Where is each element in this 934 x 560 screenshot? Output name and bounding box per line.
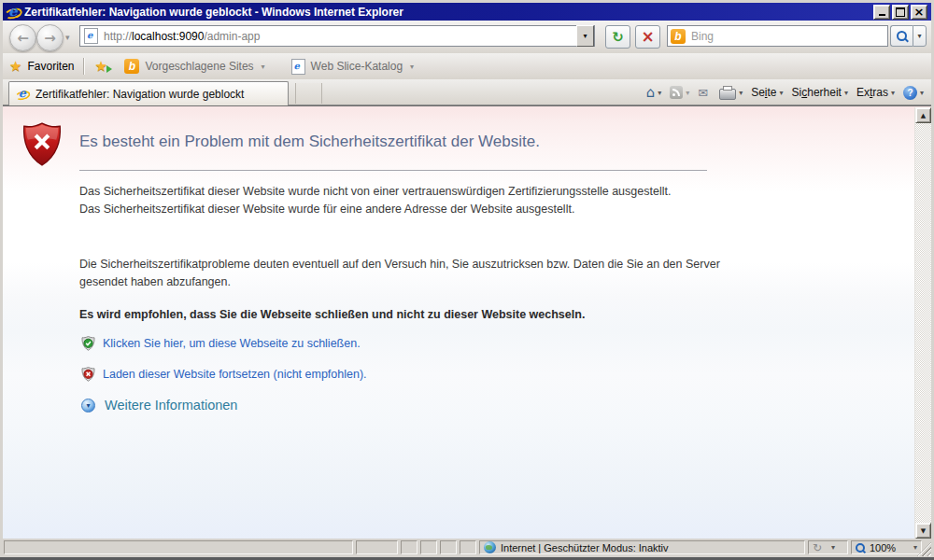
status-bar: Internet | Geschützter Modus: Inaktiv ↻ … bbox=[3, 539, 931, 557]
suggested-sites-label: Vorgeschlagene Sites bbox=[145, 60, 253, 73]
feeds-button[interactable]: ▾ bbox=[667, 84, 692, 101]
chevron-down-icon: ▾ bbox=[844, 89, 848, 97]
command-bar: ⌂ ▾ ▾ ✉ ▾ Seite ▾ Sicherheit ▾ Extras ▾ … bbox=[644, 81, 927, 104]
print-button[interactable]: ▾ bbox=[716, 83, 745, 102]
paragraph-line: Das Sicherheitszertifikat dieser Website… bbox=[79, 201, 733, 218]
chevron-down-icon: ▾ bbox=[739, 89, 743, 97]
divider bbox=[79, 170, 707, 171]
mail-icon: ✉ bbox=[698, 87, 708, 99]
close-webpage-link-text: Klicken Sie hier, um diese Webseite zu s… bbox=[103, 337, 361, 350]
add-to-favorites-bar-button[interactable]: ★ bbox=[88, 56, 118, 77]
globe-icon bbox=[484, 541, 496, 553]
magnifier-icon bbox=[897, 31, 907, 41]
forward-button[interactable]: → bbox=[36, 24, 64, 51]
smartscreen-button[interactable]: ↻ ▾ bbox=[808, 540, 848, 554]
star-icon: ★ bbox=[9, 58, 21, 75]
chevron-down-icon: ▾ bbox=[686, 89, 689, 97]
home-icon: ⌂ bbox=[646, 86, 656, 100]
chevron-down-icon: ▾ bbox=[262, 63, 265, 71]
status-pane bbox=[440, 540, 457, 554]
vertical-scrollbar[interactable]: ▲ ▼ bbox=[914, 107, 931, 539]
scroll-down-button[interactable]: ▼ bbox=[915, 523, 931, 539]
recent-pages-caret[interactable]: ▾ bbox=[65, 33, 70, 42]
page-menu-label: Seite bbox=[751, 86, 776, 99]
page-content: Es besteht ein Problem mit dem Sicherhei… bbox=[3, 105, 931, 539]
magnifier-icon bbox=[856, 543, 865, 553]
security-error-shield-icon bbox=[21, 122, 63, 166]
more-information-label: Weitere Informationen bbox=[105, 398, 237, 413]
safety-menu-label: Sicherheit bbox=[792, 86, 842, 99]
chevron-down-icon: ▾ bbox=[658, 89, 661, 97]
smartscreen-icon: ↻ bbox=[813, 542, 822, 553]
safety-menu-button[interactable]: Sicherheit ▾ bbox=[789, 84, 851, 101]
continue-website-link-text: Laden dieser Website fortsetzen (nicht e… bbox=[103, 368, 367, 381]
address-dropdown-button[interactable]: ▾ bbox=[576, 25, 594, 47]
continue-website-link[interactable]: Laden dieser Website fortsetzen (nicht e… bbox=[81, 367, 367, 382]
chevron-down-circle-icon: ▾ bbox=[81, 399, 95, 413]
web-slice-icon: e bbox=[291, 59, 305, 75]
ie-logo-icon: e bbox=[16, 88, 29, 101]
zone-status-text: Internet | Geschützter Modus: Inaktiv bbox=[501, 542, 669, 553]
tools-menu-button[interactable]: Extras ▾ bbox=[854, 84, 898, 101]
status-pane bbox=[401, 540, 417, 554]
address-input[interactable]: e http://localhost:9090/admin-app ▾ bbox=[79, 25, 595, 47]
page-icon: e bbox=[84, 28, 98, 44]
status-pane bbox=[356, 540, 398, 554]
favorites-button[interactable]: ★ Favoriten bbox=[3, 55, 80, 77]
shield-check-icon bbox=[81, 336, 95, 351]
status-pane bbox=[460, 540, 476, 554]
chevron-down-icon: ▾ bbox=[920, 89, 924, 97]
close-webpage-link[interactable]: Klicken Sie hier, um diese Webseite zu s… bbox=[81, 336, 361, 351]
shield-x-icon bbox=[81, 367, 95, 382]
more-information-toggle[interactable]: ▾ Weitere Informationen bbox=[81, 398, 237, 413]
search-button[interactable] bbox=[890, 25, 913, 47]
add-favorite-icon: ★ bbox=[94, 59, 111, 74]
zoom-button[interactable]: 100% ▾ bbox=[851, 540, 922, 554]
read-mail-button[interactable]: ✉ bbox=[695, 85, 714, 101]
certificate-problem-paragraph: Das Sicherheitszertifikat dieser Website… bbox=[79, 183, 733, 218]
zoom-level: 100% bbox=[870, 542, 896, 553]
home-button[interactable]: ⌂ ▾ bbox=[644, 84, 665, 102]
separator bbox=[83, 58, 85, 75]
chevron-down-icon: ▾ bbox=[891, 89, 895, 97]
refresh-button[interactable]: ↻ bbox=[605, 25, 630, 49]
suggested-sites-button[interactable]: b Vorgeschlagene Sites ▾ bbox=[118, 56, 271, 77]
favorites-bar: ★ Favoriten ★ b Vorgeschlagene Sites ▾ e… bbox=[3, 53, 931, 80]
bing-icon: b bbox=[671, 29, 686, 44]
search-input[interactable]: b Bing bbox=[667, 25, 888, 47]
close-button[interactable]: × bbox=[911, 5, 927, 20]
warning-paragraph: Die Sicherheitszertifikatprobleme deuten… bbox=[79, 256, 733, 291]
recommendation-text: Es wird empfohlen, dass Sie die Webseite… bbox=[79, 308, 585, 321]
tools-menu-label: Extras bbox=[856, 86, 888, 99]
ie-logo-icon: e bbox=[6, 5, 21, 20]
suggested-sites-icon: b bbox=[124, 59, 139, 74]
title-bar[interactable]: e Zertifikatfehler: Navigation wurde geb… bbox=[3, 3, 931, 21]
search-options-caret[interactable]: ▾ bbox=[913, 25, 927, 47]
chevron-down-icon: ▾ bbox=[831, 543, 835, 552]
maximize-icon bbox=[896, 7, 905, 17]
maximize-button[interactable] bbox=[892, 5, 909, 20]
paragraph-line: Das Sicherheitszertifikat dieser Website… bbox=[79, 183, 733, 201]
help-button[interactable]: ? ▾ bbox=[900, 84, 927, 102]
tab-bar: e Zertifikatfehler: Navigation wurde geb… bbox=[3, 79, 931, 105]
new-tab-button[interactable] bbox=[295, 83, 322, 104]
minimize-button[interactable] bbox=[873, 5, 890, 20]
page-title: Es besteht ein Problem mit dem Sicherhei… bbox=[79, 133, 540, 151]
window-title: Zertifikatfehler: Navigation wurde geblo… bbox=[24, 6, 873, 19]
security-zone-pane: Internet | Geschützter Modus: Inaktiv bbox=[479, 540, 805, 554]
favorites-label: Favoriten bbox=[27, 60, 74, 73]
web-slice-gallery-button[interactable]: e Web Slice-Katalog ▾ bbox=[285, 56, 421, 77]
status-pane bbox=[4, 540, 353, 554]
url-text: http://localhost:9090/admin-app bbox=[104, 30, 260, 43]
chevron-down-icon: ▾ bbox=[780, 89, 784, 97]
chevron-down-icon: ▾ bbox=[410, 63, 414, 71]
web-slice-label: Web Slice-Katalog bbox=[311, 60, 403, 73]
page-menu-button[interactable]: Seite ▾ bbox=[748, 84, 785, 101]
window-controls: × bbox=[873, 5, 927, 20]
tab-certificate-error[interactable]: e Zertifikatfehler: Navigation wurde geb… bbox=[8, 81, 289, 105]
tab-title: Zertifikatfehler: Navigation wurde geblo… bbox=[35, 88, 244, 101]
chevron-down-icon: ▾ bbox=[913, 543, 917, 552]
back-button[interactable]: ← bbox=[9, 24, 36, 51]
scroll-up-button[interactable]: ▲ bbox=[915, 107, 931, 123]
stop-button[interactable]: × bbox=[635, 25, 660, 49]
